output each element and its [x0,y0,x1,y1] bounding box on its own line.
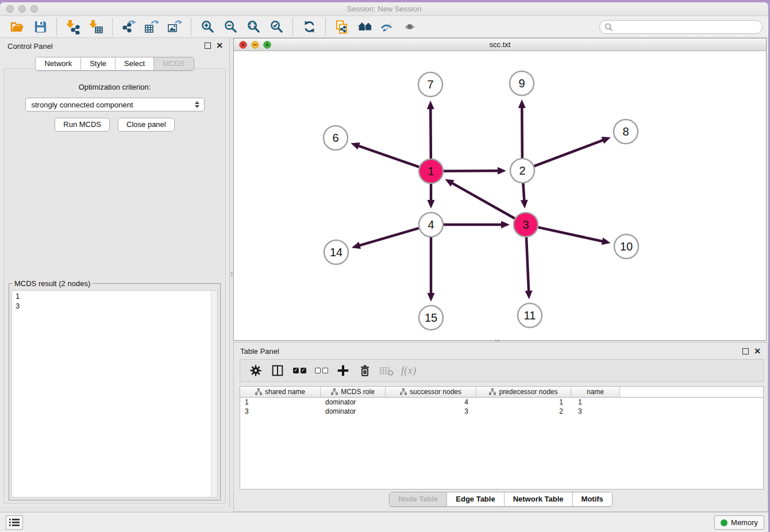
delete-column-icon[interactable] [354,362,376,379]
hide-graphics-details-icon[interactable] [376,18,399,36]
export-table-icon[interactable] [140,18,163,36]
show-graphics-details-icon[interactable] [399,18,422,36]
table-panel-title: Table Panel [240,347,279,356]
column-header-successor-nodes[interactable]: successor nodes [386,387,476,397]
cell-predecessor-nodes[interactable]: 2 [476,407,571,416]
table-tab-node-table[interactable]: Node Table [390,492,446,506]
zoom-out-icon[interactable] [219,18,242,36]
hierarchy-icon [400,388,407,395]
cell-successor-nodes[interactable]: 3 [386,407,476,416]
tab-style[interactable]: Style [80,57,115,70]
network-window-title: scc.txt [234,40,766,49]
split-view-icon[interactable] [267,362,288,379]
edge-arrowhead [498,167,506,175]
zoom-fit-icon[interactable] [242,18,265,36]
table-row-1[interactable]: 1dominator411 [240,398,763,407]
edge-4-14[interactable] [358,228,418,246]
mcds-result-fieldset: MCDS result (2 nodes) 13 [9,279,221,500]
result-line: 1 [16,291,214,301]
cell-successor-nodes[interactable]: 4 [386,398,476,407]
cell-name[interactable]: 3 [571,407,620,416]
vertical-splitter-handle[interactable] [230,267,233,282]
title-bar: Session: New Session [0,2,768,16]
table-tab-motifs[interactable]: Motifs [572,492,612,506]
zoom-selected-icon[interactable] [265,18,288,36]
mcds-result-box[interactable]: 13 [11,290,218,498]
criterion-dropdown[interactable]: strongly connected component [25,98,205,111]
node-label-6: 6 [332,132,338,144]
node-label-9: 9 [518,77,525,90]
edge-3-1[interactable] [451,183,515,219]
column-settings-icon[interactable] [245,362,267,379]
result-scrollbar[interactable] [211,291,217,497]
table-header-row: shared nameMCDS rolesuccessor nodesprede… [240,387,763,398]
open-session-icon[interactable] [6,18,29,36]
network-window-titlebar[interactable]: scc.txt [234,38,766,51]
edge-3-11[interactable] [526,237,529,292]
edge-1-7[interactable] [430,107,431,159]
edge-arrowhead [518,99,526,108]
cell-MCDS-role[interactable]: dominator [321,407,386,416]
table-tab-network-table[interactable]: Network Table [504,492,572,506]
toolbar-separator [56,18,57,36]
edge-1-2[interactable] [444,171,499,171]
close-panel-icon[interactable]: ✕ [216,41,223,49]
cell-shared-name[interactable]: 3 [240,407,321,416]
criterion-value: strongly connected component [32,101,195,109]
task-history-button[interactable] [6,515,23,530]
column-header-MCDS-role[interactable]: MCDS role [321,387,386,397]
node-label-10: 10 [620,240,633,253]
cell-shared-name[interactable]: 1 [240,398,321,407]
close-panel-button[interactable]: Close panel [118,118,175,132]
mcds-panel: Optimization criterion: strongly connect… [3,68,226,504]
table-row-2[interactable]: 3dominator323 [240,407,763,416]
edge-2-9[interactable] [522,106,522,158]
node-table[interactable]: shared nameMCDS rolesuccessor nodesprede… [240,386,764,489]
tab-network[interactable]: Network [36,57,80,70]
save-session-icon[interactable] [29,18,52,36]
edge-1-6[interactable] [357,145,419,167]
network-graph-canvas[interactable]: 1234678910111415 [234,51,766,340]
run-mcds-button[interactable]: Run MCDS [55,118,110,132]
export-network-icon[interactable] [117,18,140,36]
column-header-predecessor-nodes[interactable]: predecessor nodes [476,387,571,397]
table-tab-edge-table[interactable]: Edge Table [446,492,503,506]
node-label-8: 8 [622,125,629,138]
import-network-icon[interactable] [61,18,84,36]
edge-arrowhead [352,242,361,249]
node-label-15: 15 [425,311,437,324]
edge-3-10[interactable] [538,228,603,242]
apply-function-icon[interactable]: f(x) [398,362,419,379]
control-panel-header: Control Panel ✕ [0,38,229,54]
duplicate-network-icon[interactable] [330,18,353,36]
close-table-panel-icon[interactable]: ✕ [754,347,761,355]
search-input[interactable] [599,20,763,34]
column-header-name[interactable]: name [571,387,620,397]
export-image-icon[interactable] [163,18,186,36]
edge-arrowhead [427,101,434,109]
cell-predecessor-nodes[interactable]: 1 [476,398,571,407]
memory-button[interactable]: Memory [714,515,764,530]
edge-2-3[interactable] [523,183,524,202]
cell-name[interactable]: 1 [571,398,620,407]
deselect-all-checkboxes-icon[interactable] [310,362,332,379]
import-table-icon[interactable] [84,18,107,36]
tab-select[interactable]: Select [115,57,153,70]
main-toolbar [0,16,768,38]
refresh-layout-icon[interactable] [298,18,321,36]
float-panel-icon[interactable] [205,43,211,49]
result-line: 3 [16,301,214,311]
tab-mcds[interactable]: MCDS [153,57,193,70]
home-view-icon[interactable] [353,18,376,36]
zoom-in-icon[interactable] [196,18,219,36]
float-table-panel-icon[interactable] [742,348,749,354]
column-header-shared-name[interactable]: shared name [240,387,321,397]
cell-MCDS-role[interactable]: dominator [321,398,386,407]
edge-arrowhead [351,142,360,149]
toolbar-separator [191,18,191,36]
edge-arrowhead [521,200,528,209]
delete-table-icon[interactable] [376,362,398,379]
edge-2-8[interactable] [534,140,605,166]
add-column-icon[interactable] [332,362,354,379]
select-all-checkboxes-icon[interactable] [288,362,310,379]
